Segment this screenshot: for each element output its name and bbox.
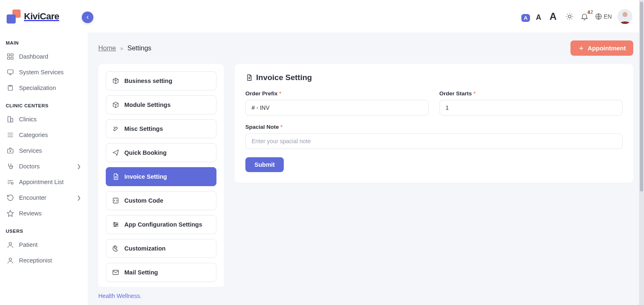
sidebar-item-label: Patient [19, 241, 38, 248]
sidebar-item-receptionist[interactable]: Receptionist [3, 253, 84, 268]
svg-point-23 [116, 247, 117, 248]
chevron-right-icon: ❯ [77, 195, 81, 201]
section-main-label: MAIN [0, 33, 88, 49]
user-icon [7, 241, 14, 248]
tab-custom-code[interactable]: Custom Code [106, 191, 216, 210]
sidebar-item-services[interactable]: Services [3, 143, 84, 158]
sidebar-item-label: Clinics [19, 116, 37, 123]
settings-tabs: Business setting Module Settings Misc Se… [106, 71, 216, 305]
logo-mark-icon [7, 9, 21, 24]
sidebar-item-categories[interactable]: Categories [3, 127, 84, 143]
sidebar-item-patient[interactable]: Patient [3, 237, 84, 253]
input-spacial-note[interactable] [245, 133, 623, 149]
sidebar-item-clinics[interactable]: Clinics [3, 111, 84, 127]
document-icon [112, 173, 119, 180]
arrow-left-icon [85, 14, 90, 20]
history-icon [7, 194, 14, 201]
footer-link[interactable]: Health Wellness. [98, 293, 142, 299]
language-label: EN [604, 13, 612, 20]
footer: Health Wellness. [88, 287, 644, 305]
svg-rect-3 [11, 57, 13, 59]
svg-rect-6 [8, 116, 11, 122]
sidebar-item-label: Receptionist [19, 257, 52, 264]
columns: Business setting Module Settings Misc Se… [98, 64, 633, 305]
font-size-medium-button[interactable]: A [533, 12, 544, 23]
tab-label: Quick Booking [124, 149, 166, 156]
user-avatar[interactable] [618, 9, 632, 24]
svg-rect-7 [11, 118, 13, 122]
language-selector[interactable]: EN [595, 13, 612, 20]
palette-icon [112, 245, 119, 252]
sidebar-item-dashboard[interactable]: Dashboard [3, 49, 84, 64]
sidebar-collapse-button[interactable] [82, 12, 93, 23]
svg-rect-2 [7, 57, 10, 59]
send-icon [112, 149, 119, 156]
section-users-label: USERS [0, 221, 88, 237]
svg-point-9 [12, 166, 13, 167]
input-order-starts[interactable] [440, 100, 623, 116]
svg-point-11 [9, 242, 12, 245]
svg-point-12 [9, 258, 12, 260]
tab-misc-settings[interactable]: Misc Settings [106, 119, 216, 138]
tab-label: Custom Code [124, 197, 163, 204]
svg-point-10 [11, 182, 13, 184]
tools-icon [112, 125, 119, 132]
dashboard-icon [7, 53, 14, 60]
tab-mail-setting[interactable]: Mail Setting [106, 263, 216, 282]
sidebar-item-label: System Services [19, 69, 64, 76]
required-asterisk: * [280, 124, 283, 130]
invoice-setting-card: Invoice Setting Order Prefix * Order Sta… [235, 64, 633, 183]
sliders-icon [112, 221, 119, 228]
submit-button[interactable]: Submit [245, 157, 284, 172]
scrollbar-thumb[interactable] [640, 2, 643, 192]
theme-toggle-button[interactable] [565, 12, 574, 21]
sidebar-item-label: Appointment List [19, 179, 64, 185]
box-icon [112, 77, 119, 85]
tab-quick-booking[interactable]: Quick Booking [106, 143, 216, 162]
chevron-right-icon: ❯ [77, 163, 81, 169]
svg-point-13 [568, 15, 571, 18]
nav-clinic: Clinics Categories Services Doctors ❯ Ap… [0, 111, 88, 221]
sidebar-item-specialization[interactable]: Specialization [3, 80, 84, 96]
notifications-button[interactable]: 12 [580, 12, 589, 21]
stethoscope-icon [7, 163, 14, 170]
breadcrumb-home[interactable]: Home [98, 45, 116, 52]
sidebar-item-system-services[interactable]: System Services [3, 64, 84, 80]
font-size-large-button[interactable]: A [547, 10, 559, 23]
sidebar-item-appointment-list[interactable]: Appointment List [3, 174, 84, 190]
field-order-prefix: Order Prefix * [245, 90, 429, 116]
sidebar-item-encounter[interactable]: Encounter ❯ [3, 190, 84, 206]
tab-label: Invoice Setting [124, 173, 167, 180]
list-icon [7, 131, 14, 139]
logo-wrap: KiviCare [0, 0, 88, 33]
tab-module-settings[interactable]: Module Settings [106, 95, 216, 114]
sidebar-item-label: Reviews [19, 210, 42, 217]
sidebar-item-reviews[interactable]: Reviews [3, 206, 84, 221]
nav-main: Dashboard System Services Specialization [0, 49, 88, 96]
box-icon [112, 101, 119, 109]
svg-rect-1 [11, 54, 13, 56]
input-order-prefix[interactable] [245, 100, 429, 116]
appointment-button[interactable]: Appointment [570, 40, 633, 56]
tab-customization[interactable]: Customization [106, 239, 216, 258]
scrollbar-track[interactable] [639, 0, 644, 305]
svg-rect-0 [7, 54, 10, 56]
sidebar-item-doctors[interactable]: Doctors ❯ [3, 158, 84, 174]
svg-point-21 [114, 248, 115, 248]
star-icon [7, 210, 14, 217]
svg-point-22 [115, 246, 116, 247]
notification-count: 12 [588, 9, 593, 14]
breadcrumb: Home » Settings [98, 45, 151, 52]
globe-icon [595, 13, 602, 20]
logo[interactable]: KiviCare [7, 9, 59, 24]
building-icon [7, 116, 14, 123]
tab-invoice-setting[interactable]: Invoice Setting [106, 167, 216, 186]
font-size-small-button[interactable]: A [521, 14, 530, 22]
code-icon [112, 197, 119, 204]
tab-app-configuration-settings[interactable]: App Configuration Settings [106, 215, 216, 234]
tab-label: Customization [124, 245, 166, 252]
font-size-group: A A A [521, 10, 559, 23]
nav-users: Patient Receptionist [0, 237, 88, 268]
tab-business-setting[interactable]: Business setting [106, 71, 216, 90]
svg-rect-4 [7, 70, 13, 73]
